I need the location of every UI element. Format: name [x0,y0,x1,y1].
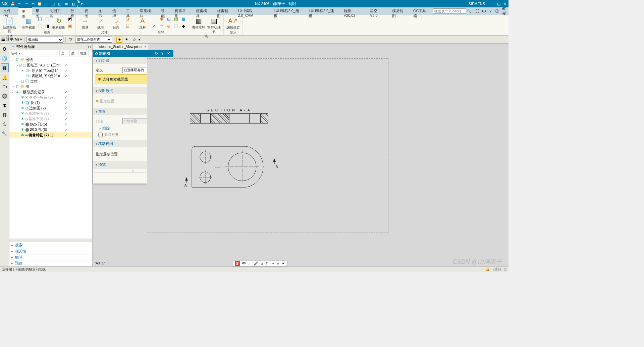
graphics-window[interactable]: 📄 stepped_Section_View.prt ◻✕ ✿ 剖视图 ↻?✕ … [93,44,508,266]
qat-save-icon[interactable]: 💾 [10,1,15,6]
base-view-button[interactable]: ▦基本视图 [21,15,36,30]
rail-tools-icon[interactable]: 🔧 [1,129,9,138]
file-tab[interactable]: 📄 stepped_Section_View.prt ◻✕ [93,44,148,50]
rail-gear-icon[interactable]: ⚙ [1,45,9,53]
tab-select[interactable]: 选择 [109,7,123,15]
ime-toolbar[interactable]: S 中 、 🎤 ☺ ⬚ ✧ ⚜ ✂ [232,260,287,266]
acc-search[interactable]: 搜索 [9,242,92,248]
tab-ml-draft[interactable]: 梅雷制图 [214,7,235,15]
tree-row[interactable]: 👁⬤Ø25 孔 (5)✓ [9,121,92,127]
tree-row[interactable]: -☑▢图纸页 "A3_1" (工作...✓ [9,62,92,68]
sel-icon[interactable]: ◇ [131,37,137,43]
rail-model-icon[interactable]: 🧊 [1,54,9,63]
tree-row[interactable]: 👁◇基准平面 (3)✓ [9,111,92,116]
tree-row[interactable]: +☑▫导入的 "Top@1"✓ [9,68,92,73]
ann-button[interactable]: ⊘ [165,22,172,29]
acc-preview[interactable]: 预览 [9,260,92,266]
notif-icon[interactable]: 🔔 [486,267,490,271]
notif-count[interactable]: 2通知 [492,267,501,272]
dim-small-button[interactable]: ⊿ [124,15,131,22]
ann-button[interactable]: ▧ [173,15,179,22]
tree-row[interactable]: +☐📁组 [9,84,92,89]
qat-icon[interactable]: ⊞ [64,1,69,6]
minimize-button[interactable]: − [490,2,495,6]
filter-icon[interactable]: ▽ [68,37,74,43]
col-latest[interactable]: 最 [70,50,78,56]
ime-punct[interactable]: 、 [248,261,252,266]
ann-button[interactable]: ▭ [158,22,165,29]
tab-sketch[interactable]: 草图 [32,7,46,15]
tab-ms-draft[interactable]: 模圣制图 [389,7,410,15]
tab-lxh-modeling[interactable]: LXH编程2.9_建模 [305,7,340,15]
edit-settings-button[interactable]: A↗编辑设置 [226,15,240,30]
qat-icon[interactable]: ◧ [71,1,75,6]
ime-emoji-icon[interactable]: ☺ [260,261,264,265]
ime-scissors-icon[interactable]: ✂ [282,261,285,266]
qat-window-dropdown[interactable]: 窗口▾ [77,1,82,6]
acc-details[interactable]: 细节 [9,254,92,260]
nav-tree[interactable]: -☑📁图纸-☑▢图纸页 "A3_1" (工作...✓+☑▫导入的 "Top@1"… [9,56,92,239]
tree-row[interactable]: -☑📁图纸 [9,57,92,62]
close-icon[interactable]: ✕ [144,45,147,48]
tab-file[interactable]: 文件(F) [0,7,18,15]
ime-lang[interactable]: 中 [242,261,246,266]
rail-folder-icon[interactable]: 🗀 [1,82,9,91]
radial-dim-button[interactable]: ○径向 [109,15,123,30]
search-icon[interactable]: 🔍 [466,9,472,13]
ann-button[interactable]: ▦ [180,15,187,22]
type-filter-select[interactable]: 截面线 [26,37,63,43]
tree-row[interactable]: 👁⬤Ø10 孔 (6)✓ [9,127,92,132]
tab-close-icon[interactable]: ◻ [139,45,142,49]
qat-icon[interactable]: ⬚ [51,1,55,6]
ann-button[interactable]: ⊕ [158,15,165,22]
rail-bell-icon[interactable]: 🔔 [1,73,9,82]
dlg-help-icon[interactable]: ? [160,51,165,56]
restore-button[interactable]: ◱ [496,2,501,6]
tab-xk-v8[interactable]: 星空 V8.0 [367,7,389,15]
qat-cut-icon[interactable]: ✂ [31,1,35,6]
dlg-close-icon[interactable]: ✕ [166,51,171,56]
tab-nx-v20[interactable]: 能新 V20.02 [340,7,367,15]
dim-small-button[interactable]: ⊡ [124,22,131,29]
tab-ml-mold[interactable]: 梅雷模具 [193,7,214,15]
question-icon[interactable]: ? [488,9,493,13]
ime-logo-icon[interactable]: S [235,261,240,266]
acc-dependency[interactable]: 相关性 [9,248,92,254]
view-small-button[interactable]: ◩ [67,15,73,22]
tab-display[interactable]: 显示 [95,7,109,15]
qat-paste-icon[interactable]: 📋 [37,1,42,6]
tree-row[interactable]: 👁◔边倒圆 (2)✓ [9,105,92,111]
tab-view[interactable]: 视图 [81,7,95,15]
col-current[interactable]: 当... [60,50,70,56]
rail-history-icon[interactable]: ⏲ [1,120,9,129]
tab-assembly[interactable]: 装配 [158,7,171,15]
tab-application[interactable]: 应用模块 [137,7,158,15]
ann-button[interactable]: ⬚ [173,22,179,29]
scope-filter-select[interactable]: 仅在工作部件内 [75,37,112,43]
col-notes[interactable]: 附注 [78,50,89,56]
qat-undo-icon[interactable]: ↶ [17,1,22,6]
ann-button[interactable]: ◆ [180,22,187,29]
view-small-button[interactable]: ▢ [44,15,51,22]
sel-icon[interactable]: ◈ [116,37,122,43]
update-view-button[interactable]: ↻更新视图 [51,15,66,30]
tree-row[interactable]: ☑▫表区域 "SX@2" A✓ [9,73,92,79]
tree-row[interactable]: 👁⤭基准坐标系 (0)✓ [9,95,92,100]
view-small-button[interactable]: ◨ [44,22,51,29]
note-button[interactable]: A注释 [135,15,150,30]
new-sheet-button[interactable]: 📄新建图纸页 [2,15,17,34]
pin-icon[interactable]: ◻ [88,45,91,49]
close-button[interactable]: ✕ [502,2,507,6]
tutorial-link[interactable]: 教程 [501,6,506,16]
quick-dim-button[interactable]: ↔快速 [78,15,93,30]
tab-lxh-electrode[interactable]: LXH编程2.9_电极 [270,7,305,15]
help-icon[interactable]: 🖵 [481,9,486,13]
tree-row[interactable]: -●✓模型历史记录✓ [9,89,92,95]
scrollbar[interactable] [9,239,92,242]
table-note-button[interactable]: ▦表格注释 [191,15,206,30]
ann-button[interactable]: ⌐ [151,15,157,22]
tab-tools[interactable]: 工具 [123,7,137,15]
linear-dim-button[interactable]: ⟋线性 [93,15,108,30]
view-small-button[interactable]: ▣ [67,22,73,29]
qat-icon[interactable]: ◫ [57,1,62,6]
